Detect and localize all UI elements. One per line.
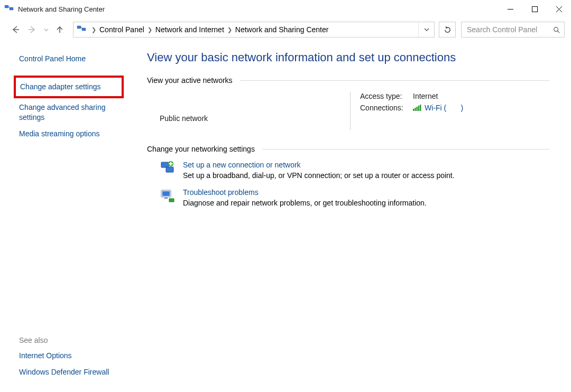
svg-rect-0 (5, 5, 8, 8)
chevron-right-icon[interactable]: ❯ (91, 26, 96, 33)
new-connection-icon (160, 161, 176, 176)
divider (262, 149, 550, 150)
svg-rect-4 (532, 6, 537, 12)
section-active-label: View your active networks (147, 76, 233, 85)
address-dropdown[interactable] (418, 22, 434, 37)
svg-rect-15 (418, 106, 419, 111)
section-change-label: Change your networking settings (147, 145, 255, 153)
refresh-button[interactable] (439, 22, 456, 38)
action-new-connection-desc: Set up a broadband, dial-up, or VPN conn… (183, 171, 455, 180)
close-button[interactable] (547, 0, 571, 18)
forward-button[interactable] (25, 23, 39, 36)
network-center-icon (77, 25, 86, 34)
wifi-signal-icon (413, 105, 421, 111)
troubleshoot-icon (160, 188, 176, 204)
address-bar[interactable]: ❯ Control Panel ❯ Network and Internet ❯… (73, 22, 435, 38)
access-type-label: Access type: (360, 92, 413, 100)
svg-rect-21 (169, 163, 173, 164)
section-active-networks: View your active networks (147, 76, 550, 85)
back-button[interactable] (8, 23, 22, 36)
section-change-settings: Change your networking settings (147, 145, 550, 153)
svg-rect-14 (417, 107, 418, 111)
vertical-divider (350, 92, 351, 130)
svg-rect-24 (164, 198, 168, 199)
svg-rect-18 (166, 167, 173, 172)
access-type-value: Internet (413, 92, 438, 100)
action-new-connection-title: Set up a new connection or network (183, 161, 455, 169)
search-input[interactable]: Search Control Panel (461, 22, 565, 38)
chevron-right-icon[interactable]: ❯ (148, 26, 152, 33)
svg-line-11 (558, 31, 560, 33)
connections-label: Connections: (360, 104, 413, 112)
content-area: View your basic network information and … (137, 41, 571, 392)
search-icon (553, 26, 560, 33)
nav-bar: ❯ Control Panel ❯ Network and Internet ❯… (0, 18, 571, 41)
up-button[interactable] (53, 23, 67, 36)
title-bar: Network and Sharing Center (0, 0, 571, 18)
recent-dropdown[interactable] (42, 23, 50, 36)
divider (240, 80, 550, 81)
chevron-right-icon[interactable]: ❯ (227, 26, 232, 33)
sidebar-change-adapter[interactable]: Change adapter settings (14, 76, 124, 98)
svg-rect-13 (415, 108, 416, 111)
sidebar-home[interactable]: Control Panel Home (19, 51, 132, 67)
page-title: View your basic network information and … (147, 51, 550, 64)
svg-point-10 (554, 27, 558, 31)
svg-rect-12 (413, 109, 414, 111)
sidebar: Control Panel Home Change adapter settin… (0, 41, 137, 392)
window-title: Network and Sharing Center (18, 5, 498, 13)
sidebar-internet-options[interactable]: Internet Options (19, 348, 132, 364)
action-troubleshoot-title: Troubleshoot problems (183, 188, 427, 197)
network-type: Public network (160, 92, 350, 123)
sidebar-firewall[interactable]: Windows Defender Firewall (19, 364, 132, 380)
svg-rect-7 (77, 26, 81, 29)
svg-rect-16 (420, 105, 421, 111)
see-also-label: See also (19, 336, 132, 344)
sidebar-advanced-sharing[interactable]: Change advanced sharing settings (19, 99, 132, 126)
breadcrumb-network-internet[interactable]: Network and Internet (155, 25, 224, 34)
action-troubleshoot[interactable]: Troubleshoot problems Diagnose and repai… (160, 188, 550, 207)
maximize-button[interactable] (522, 0, 547, 18)
sidebar-media-streaming[interactable]: Media streaming options (19, 126, 132, 142)
network-center-icon (4, 4, 14, 14)
action-troubleshoot-desc: Diagnose and repair network problems, or… (183, 199, 427, 207)
search-placeholder: Search Control Panel (467, 25, 537, 34)
connection-link[interactable]: Wi-Fi ( ) (425, 104, 463, 112)
svg-rect-23 (162, 191, 170, 196)
minimize-button[interactable] (498, 0, 522, 18)
breadcrumb-control-panel[interactable]: Control Panel (99, 25, 144, 34)
breadcrumb-network-sharing[interactable]: Network and Sharing Center (235, 25, 329, 34)
action-new-connection[interactable]: Set up a new connection or network Set u… (160, 161, 550, 180)
